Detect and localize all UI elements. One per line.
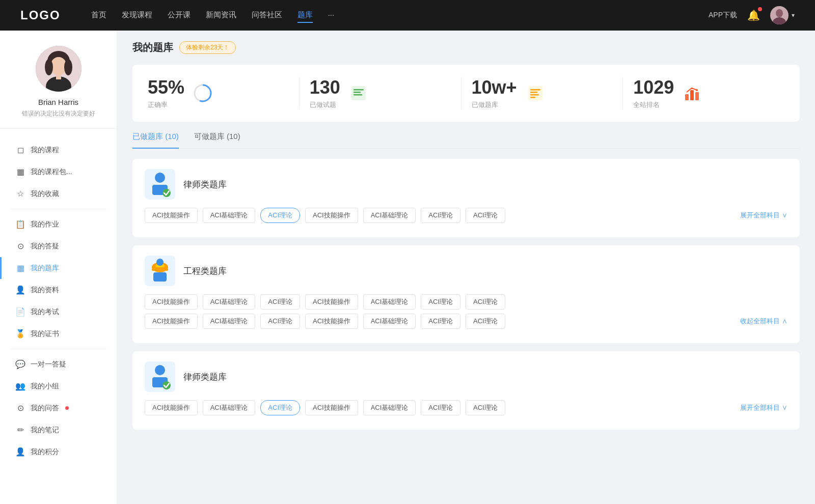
l2-tag-3-active[interactable]: ACI理论 — [260, 400, 300, 415]
nav-open-course[interactable]: 公开课 — [168, 8, 191, 23]
tag-4[interactable]: ACI技能操作 — [305, 208, 358, 223]
eng-tag-r2-1[interactable]: ACI技能操作 — [145, 314, 198, 329]
notification-badge — [758, 7, 762, 11]
nav-discover[interactable]: 发现课程 — [122, 8, 152, 23]
svg-rect-18 — [530, 92, 537, 93]
expand-btn-lawyer-2[interactable]: 展开全部科目 ∨ — [740, 403, 787, 412]
menu-label-homework: 我的作业 — [31, 220, 59, 229]
eng-tag-r2-6[interactable]: ACI理论 — [421, 314, 460, 329]
stat-ranking-label: 全站排名 — [633, 100, 674, 109]
menu-label-my-data: 我的资料 — [31, 286, 59, 295]
app-download-btn[interactable]: APP下载 — [709, 11, 737, 20]
tag-6[interactable]: ACI理论 — [421, 208, 460, 223]
collapse-btn-engineer[interactable]: 收起全部科目 ∧ — [740, 317, 787, 326]
menu-label-question-bank: 我的题库 — [31, 264, 59, 273]
bank-tags-lawyer-1: ACI技能操作 ACI基础理论 ACI理论 ACI技能操作 ACI基础理论 AC… — [145, 208, 787, 223]
nav-question-bank[interactable]: 题库 — [297, 8, 313, 23]
lawyer-bank-icon — [145, 169, 175, 200]
eng-tag-1[interactable]: ACI技能操作 — [145, 294, 198, 310]
sidebar-user-name: Brian Harris — [10, 98, 106, 106]
bank-card-lawyer-2: 律师类题库 ACI技能操作 ACI基础理论 ACI理论 ACI技能操作 ACI基… — [132, 351, 800, 430]
stat-accuracy-label: 正确率 — [148, 100, 184, 109]
nav-more[interactable]: ··· — [328, 8, 335, 23]
l2-tag-2[interactable]: ACI基础理论 — [203, 400, 256, 415]
menu-label-course-package: 我的课程包... — [31, 167, 72, 177]
sidebar-item-question-bank[interactable]: ▦ 我的题库 — [0, 257, 117, 279]
eng-tag-r2-2[interactable]: ACI基础理论 — [203, 314, 256, 329]
page-title: 我的题库 — [132, 41, 173, 54]
sidebar-item-favorites[interactable]: ☆ 我的收藏 — [0, 183, 117, 205]
tab-available[interactable]: 可做题库 (10) — [194, 132, 240, 149]
bank-card-lawyer-1-header: 律师类题库 — [145, 169, 787, 200]
sidebar-item-group[interactable]: 👥 我的小组 — [0, 375, 117, 397]
menu-label-one-on-one: 一对一答疑 — [31, 360, 66, 369]
stat-banks-label: 已做题库 — [472, 100, 517, 109]
tag-2[interactable]: ACI基础理论 — [203, 208, 256, 223]
sidebar-item-points[interactable]: 👤 我的积分 — [0, 441, 117, 463]
sidebar-item-exam[interactable]: 📄 我的考试 — [0, 301, 117, 323]
qa-icon: ⊙ — [15, 403, 25, 413]
stat-banks-done: 10w+ 已做题库 — [461, 77, 623, 109]
svg-rect-13 — [354, 89, 364, 91]
sidebar-item-notes[interactable]: ✏ 我的笔记 — [0, 419, 117, 441]
sidebar-item-qa[interactable]: ⊙ 我的答疑 — [0, 235, 117, 257]
menu-divider-1 — [10, 209, 106, 209]
sidebar-item-one-on-one[interactable]: 💬 一对一答疑 — [0, 353, 117, 375]
eng-tag-r2-4[interactable]: ACI技能操作 — [305, 314, 358, 329]
ranking-icon — [682, 83, 702, 103]
l2-tag-5[interactable]: ACI基础理论 — [363, 400, 416, 415]
bank-title-lawyer-1: 律师类题库 — [183, 179, 227, 190]
layout: Brian Harris 错误的决定比没有决定要好 ◻ 我的课程 ▦ 我的课程包… — [0, 31, 815, 504]
sidebar-item-homework[interactable]: 📋 我的作业 — [0, 213, 117, 235]
lawyer-bank-icon-2 — [145, 361, 175, 392]
tag-5[interactable]: ACI基础理论 — [363, 208, 416, 223]
l2-tag-4[interactable]: ACI技能操作 — [305, 400, 358, 415]
expand-btn-lawyer-1[interactable]: 展开全部科目 ∨ — [740, 211, 787, 220]
sidebar-item-certificate[interactable]: 🏅 我的证书 — [0, 323, 117, 345]
tab-done[interactable]: 已做题库 (10) — [132, 132, 179, 149]
svg-rect-29 — [152, 268, 168, 271]
menu-label-exam: 我的考试 — [31, 307, 59, 317]
eng-tag-2[interactable]: ACI基础理论 — [203, 294, 256, 310]
user-section: Brian Harris 错误的决定比没有决定要好 — [0, 46, 117, 129]
eng-tag-r2-7[interactable]: ACI理论 — [466, 314, 505, 329]
eng-tag-r2-5[interactable]: ACI基础理论 — [363, 314, 416, 329]
sidebar-item-course-package[interactable]: ▦ 我的课程包... — [0, 161, 117, 183]
svg-rect-32 — [153, 272, 167, 282]
nav-news[interactable]: 新闻资讯 — [206, 8, 236, 23]
main-content: 我的题库 体验剩余23天！ 55% 正确率 — [117, 31, 815, 504]
avatar-chevron: ▾ — [792, 12, 795, 19]
eng-tag-6[interactable]: ACI理论 — [421, 294, 460, 310]
svg-rect-15 — [354, 94, 362, 96]
l2-tag-7[interactable]: ACI理论 — [466, 400, 505, 415]
svg-point-7 — [64, 59, 72, 75]
l2-tag-6[interactable]: ACI理论 — [421, 400, 460, 415]
eng-tag-5[interactable]: ACI基础理论 — [363, 294, 416, 310]
eng-tag-7[interactable]: ACI理论 — [466, 294, 505, 310]
nav-home[interactable]: 首页 — [91, 8, 106, 23]
notification-bell[interactable]: 🔔 — [747, 9, 760, 21]
svg-point-25 — [155, 173, 165, 183]
menu-label-qa: 我的答疑 — [31, 242, 59, 251]
l2-tag-1[interactable]: ACI技能操作 — [145, 400, 198, 415]
stats-card: 55% 正确率 130 已做试题 — [132, 65, 800, 122]
svg-point-24 — [696, 89, 698, 91]
header: LOGO 首页 发现课程 公开课 新闻资讯 问答社区 题库 ··· APP下载 … — [0, 0, 815, 31]
sidebar-user-avatar — [36, 46, 82, 92]
sidebar-item-my-course[interactable]: ◻ 我的课程 — [0, 139, 117, 161]
tag-1[interactable]: ACI技能操作 — [145, 208, 198, 223]
user-avatar-btn[interactable]: ▾ — [770, 6, 795, 24]
qa-badge — [65, 406, 69, 410]
eng-tag-r2-3[interactable]: ACI理论 — [260, 314, 300, 329]
tag-3-active[interactable]: ACI理论 — [260, 208, 300, 223]
menu-label-notes: 我的笔记 — [31, 426, 59, 435]
nav-qa[interactable]: 问答社区 — [252, 8, 282, 23]
question-circle-icon: ⊙ — [15, 241, 25, 251]
sidebar-item-my-qa[interactable]: ⊙ 我的问答 — [0, 397, 117, 419]
certificate-icon: 🏅 — [15, 329, 25, 339]
stat-questions-number: 130 — [310, 77, 340, 98]
eng-tag-3[interactable]: ACI理论 — [260, 294, 300, 310]
eng-tag-4[interactable]: ACI技能操作 — [305, 294, 358, 310]
tag-7[interactable]: ACI理论 — [466, 208, 505, 223]
sidebar-item-my-data[interactable]: 👤 我的资料 — [0, 279, 117, 301]
